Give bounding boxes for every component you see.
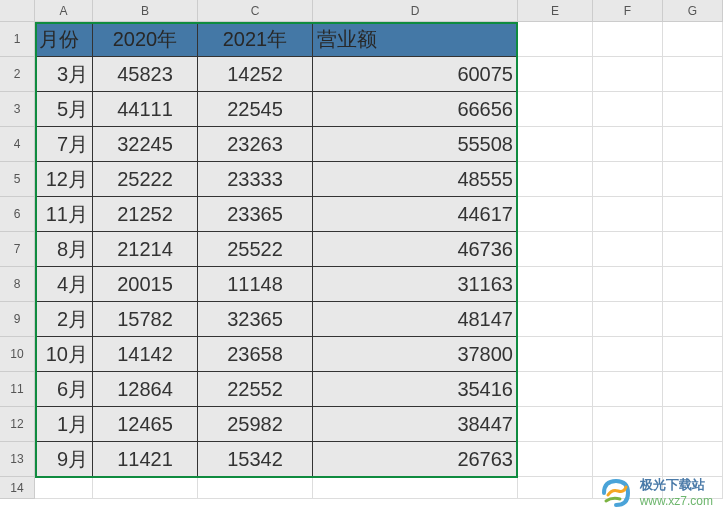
col-header-C[interactable]: C — [198, 0, 313, 22]
row-header-12[interactable]: 12 — [0, 407, 35, 442]
cell-empty[interactable] — [518, 302, 593, 337]
cell-month[interactable]: 11月 — [35, 197, 93, 232]
cell-empty[interactable] — [518, 407, 593, 442]
cell-total[interactable]: 31163 — [313, 267, 518, 302]
cell-empty[interactable] — [663, 57, 723, 92]
select-all-corner[interactable] — [0, 0, 35, 22]
cell-empty[interactable] — [93, 477, 198, 499]
cell-empty[interactable] — [313, 477, 518, 499]
cell-2020[interactable]: 12864 — [93, 372, 198, 407]
col-header-B[interactable]: B — [93, 0, 198, 22]
cell-empty[interactable] — [593, 57, 663, 92]
cell-2020[interactable]: 32245 — [93, 127, 198, 162]
cell-empty[interactable] — [518, 442, 593, 477]
row-header-2[interactable]: 2 — [0, 57, 35, 92]
cell-empty[interactable] — [663, 267, 723, 302]
cell-month[interactable]: 5月 — [35, 92, 93, 127]
cell-empty[interactable] — [518, 57, 593, 92]
cell-empty[interactable] — [518, 162, 593, 197]
row-header-9[interactable]: 9 — [0, 302, 35, 337]
cell-empty[interactable] — [663, 372, 723, 407]
cell-empty[interactable] — [518, 127, 593, 162]
cell-empty[interactable] — [593, 92, 663, 127]
cell-total[interactable]: 55508 — [313, 127, 518, 162]
cell-empty[interactable] — [663, 162, 723, 197]
cell-empty[interactable] — [663, 92, 723, 127]
row-header-4[interactable]: 4 — [0, 127, 35, 162]
cell-empty[interactable] — [518, 197, 593, 232]
cell-empty[interactable] — [663, 197, 723, 232]
row-header-13[interactable]: 13 — [0, 442, 35, 477]
cell-2021[interactable]: 23658 — [198, 337, 313, 372]
cell-empty[interactable] — [663, 22, 723, 57]
cell-empty[interactable] — [663, 337, 723, 372]
cell-2021[interactable]: 14252 — [198, 57, 313, 92]
cell-total[interactable]: 48555 — [313, 162, 518, 197]
col-header-D[interactable]: D — [313, 0, 518, 22]
cell-total[interactable]: 35416 — [313, 372, 518, 407]
cell-total[interactable]: 60075 — [313, 57, 518, 92]
spreadsheet-grid[interactable]: A B C D E F G 1 月份 2020年 2021年 营业额 2 3月 … — [0, 0, 723, 499]
cell-empty[interactable] — [198, 477, 313, 499]
cell-2020[interactable]: 12465 — [93, 407, 198, 442]
cell-2020[interactable]: 15782 — [93, 302, 198, 337]
cell-empty[interactable] — [518, 477, 593, 499]
row-header-3[interactable]: 3 — [0, 92, 35, 127]
cell-empty[interactable] — [593, 162, 663, 197]
cell-empty[interactable] — [593, 127, 663, 162]
row-header-14[interactable]: 14 — [0, 477, 35, 499]
cell-2020[interactable]: 11421 — [93, 442, 198, 477]
cell-empty[interactable] — [593, 197, 663, 232]
cell-empty[interactable] — [518, 232, 593, 267]
col-header-F[interactable]: F — [593, 0, 663, 22]
row-header-10[interactable]: 10 — [0, 337, 35, 372]
cell-empty[interactable] — [663, 232, 723, 267]
cell-month[interactable]: 4月 — [35, 267, 93, 302]
cell-empty[interactable] — [593, 407, 663, 442]
cell-empty[interactable] — [518, 22, 593, 57]
cell-month[interactable]: 12月 — [35, 162, 93, 197]
cell-2020[interactable]: 20015 — [93, 267, 198, 302]
cell-2021[interactable]: 25982 — [198, 407, 313, 442]
row-header-5[interactable]: 5 — [0, 162, 35, 197]
cell-month[interactable]: 9月 — [35, 442, 93, 477]
cell-month[interactable]: 6月 — [35, 372, 93, 407]
cell-month[interactable]: 1月 — [35, 407, 93, 442]
row-header-8[interactable]: 8 — [0, 267, 35, 302]
cell-month[interactable]: 8月 — [35, 232, 93, 267]
cell-2021[interactable]: 15342 — [198, 442, 313, 477]
cell-month[interactable]: 2月 — [35, 302, 93, 337]
cell-empty[interactable] — [518, 372, 593, 407]
cell-2021[interactable]: 32365 — [198, 302, 313, 337]
cell-empty[interactable] — [593, 442, 663, 477]
cell-total[interactable]: 48147 — [313, 302, 518, 337]
row-header-7[interactable]: 7 — [0, 232, 35, 267]
cell-2021[interactable]: 25522 — [198, 232, 313, 267]
cell-empty[interactable] — [35, 477, 93, 499]
row-header-11[interactable]: 11 — [0, 372, 35, 407]
cell-total[interactable]: 44617 — [313, 197, 518, 232]
cell-total[interactable]: 38447 — [313, 407, 518, 442]
cell-empty[interactable] — [663, 442, 723, 477]
cell-2021[interactable]: 23365 — [198, 197, 313, 232]
header-2021[interactable]: 2021年 — [198, 22, 313, 57]
col-header-A[interactable]: A — [35, 0, 93, 22]
cell-empty[interactable] — [593, 372, 663, 407]
cell-total[interactable]: 46736 — [313, 232, 518, 267]
cell-empty[interactable] — [593, 22, 663, 57]
cell-empty[interactable] — [593, 337, 663, 372]
cell-empty[interactable] — [518, 92, 593, 127]
cell-total[interactable]: 66656 — [313, 92, 518, 127]
cell-empty[interactable] — [593, 232, 663, 267]
cell-empty[interactable] — [593, 302, 663, 337]
cell-2021[interactable]: 22545 — [198, 92, 313, 127]
row-header-6[interactable]: 6 — [0, 197, 35, 232]
col-header-E[interactable]: E — [518, 0, 593, 22]
cell-empty[interactable] — [518, 267, 593, 302]
header-2020[interactable]: 2020年 — [93, 22, 198, 57]
cell-month[interactable]: 7月 — [35, 127, 93, 162]
cell-2020[interactable]: 25222 — [93, 162, 198, 197]
header-month[interactable]: 月份 — [35, 22, 93, 57]
header-total[interactable]: 营业额 — [313, 22, 518, 57]
col-header-G[interactable]: G — [663, 0, 723, 22]
